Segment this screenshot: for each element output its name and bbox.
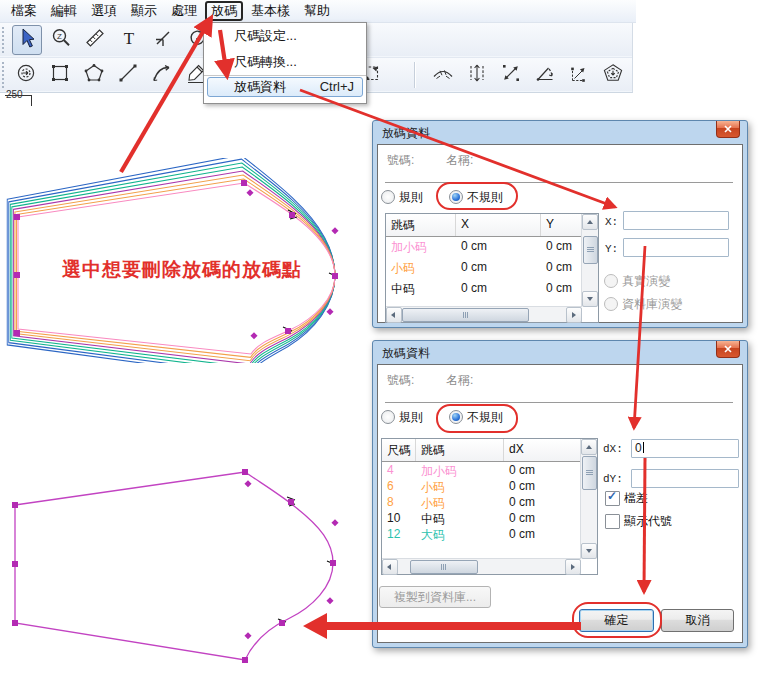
regular-radio-label[interactable]: 規則 bbox=[399, 409, 423, 426]
view-menu[interactable]: 顯示 bbox=[124, 0, 164, 22]
text-button[interactable]: T bbox=[114, 25, 144, 55]
line-button[interactable] bbox=[113, 60, 143, 90]
stretch-diagonal-button[interactable] bbox=[496, 60, 526, 90]
rectangle-button[interactable] bbox=[45, 60, 75, 90]
column-header[interactable]: dX bbox=[504, 439, 581, 461]
curve-button[interactable] bbox=[147, 60, 177, 90]
table-row[interactable]: 小码 0 cm 0 cm bbox=[386, 258, 598, 279]
grading-menu[interactable]: 放碼 bbox=[205, 1, 243, 21]
regular-radio-label[interactable]: 規則 bbox=[399, 189, 423, 206]
y-input[interactable] bbox=[623, 238, 729, 257]
table-row[interactable]: 6 小码 0 cm bbox=[382, 478, 597, 494]
dy-input[interactable] bbox=[631, 469, 739, 488]
scroll-thumb[interactable] bbox=[410, 560, 478, 574]
file-menu[interactable]: 檔案 bbox=[4, 0, 44, 22]
dialog-title: 放碼資料 bbox=[382, 345, 430, 362]
table-row[interactable]: 中码 0 cm 0 cm bbox=[386, 279, 598, 300]
size-convert-menu-item[interactable]: 尺碼轉換... bbox=[204, 49, 366, 75]
column-header[interactable]: 尺碼 bbox=[382, 439, 416, 461]
show-code-checkbox[interactable] bbox=[605, 514, 620, 529]
scroll-thumb[interactable] bbox=[582, 456, 597, 490]
horizontal-scrollbar[interactable] bbox=[386, 306, 582, 322]
polygon-button[interactable] bbox=[79, 60, 109, 90]
basic-pattern-menu[interactable]: 基本樣 bbox=[244, 0, 297, 22]
table-row[interactable]: 10 中码 0 cm bbox=[382, 510, 597, 526]
show-code-label[interactable]: 顯示代號 bbox=[624, 513, 672, 530]
grade-point-button[interactable] bbox=[11, 60, 41, 90]
close-button[interactable] bbox=[716, 341, 740, 358]
size-setup-menu-item[interactable]: 尺碼設定... bbox=[204, 23, 366, 49]
trim-button[interactable] bbox=[148, 25, 178, 55]
table-row[interactable]: 8 小码 0 cm bbox=[382, 494, 597, 510]
options-menu[interactable]: 選項 bbox=[84, 0, 124, 22]
help-menu[interactable]: 幫助 bbox=[297, 0, 337, 22]
vertical-scrollbar[interactable] bbox=[580, 439, 597, 559]
scroll-thumb[interactable] bbox=[402, 308, 529, 322]
scroll-down-button[interactable] bbox=[581, 543, 597, 559]
regular-radio[interactable] bbox=[381, 190, 395, 204]
column-header[interactable]: 跳碼 bbox=[386, 214, 456, 236]
scroll-up-button[interactable] bbox=[581, 439, 597, 455]
real-evolution-radio[interactable] bbox=[604, 274, 618, 288]
select-icon bbox=[16, 27, 38, 52]
close-icon bbox=[724, 125, 732, 133]
text-caret bbox=[643, 442, 644, 453]
scroll-down-button[interactable] bbox=[582, 291, 598, 307]
gap-difference-checkbox[interactable] bbox=[605, 491, 620, 506]
grading-dropdown-menu: 尺碼設定... 尺碼轉換... 放碼資料 Ctrl+J bbox=[203, 22, 367, 104]
notch-curve-button[interactable] bbox=[428, 60, 458, 90]
column-header[interactable]: X bbox=[456, 214, 541, 236]
gap-difference-label[interactable]: 檔差 bbox=[624, 490, 648, 507]
select-button[interactable] bbox=[12, 25, 42, 55]
process-menu[interactable]: 處理 bbox=[164, 0, 204, 22]
scroll-left-button[interactable] bbox=[386, 307, 402, 323]
grading-data-menu-item[interactable]: 放碼資料 Ctrl+J bbox=[207, 77, 363, 97]
y-label: Y: bbox=[605, 243, 618, 255]
real-evolution-label: 真實演變 bbox=[622, 273, 670, 290]
scroll-left-button[interactable] bbox=[382, 559, 398, 575]
svg-text:Z: Z bbox=[57, 32, 62, 41]
x-input[interactable] bbox=[623, 211, 729, 230]
flip-vertical-icon bbox=[466, 62, 488, 87]
zoom-button[interactable]: Z bbox=[46, 25, 76, 55]
svg-text:T: T bbox=[124, 29, 135, 48]
horizontal-scrollbar[interactable] bbox=[382, 558, 581, 574]
irregular-radio[interactable] bbox=[449, 410, 463, 424]
table-row[interactable]: 4 加小码 0 cm bbox=[382, 462, 597, 478]
scroll-right-button[interactable] bbox=[565, 559, 581, 575]
x-label: X: bbox=[605, 216, 618, 228]
scroll-thumb[interactable] bbox=[583, 236, 598, 264]
menu-bar: 檔案 編輯 選項 顯示 處理 放碼 基本樣 幫助 bbox=[0, 0, 636, 23]
menu-separator bbox=[204, 75, 366, 76]
angle-arc-button[interactable] bbox=[530, 60, 560, 90]
ok-button[interactable]: 確定 bbox=[579, 609, 654, 632]
polygon-transform-button[interactable] bbox=[598, 60, 628, 90]
close-icon bbox=[724, 345, 732, 353]
column-header[interactable]: Y bbox=[541, 214, 582, 236]
close-button[interactable] bbox=[716, 121, 740, 138]
table-row[interactable]: 加小码 0 cm 0 cm bbox=[386, 237, 598, 258]
stretch-diagonal-icon bbox=[500, 62, 522, 87]
ruler-button[interactable] bbox=[80, 25, 110, 55]
toolbar-grip[interactable] bbox=[2, 62, 8, 88]
copy-to-database-button[interactable]: 複製到資料庫... bbox=[379, 586, 491, 608]
column-header[interactable]: 跳碼 bbox=[416, 439, 504, 461]
curve-icon bbox=[151, 62, 173, 87]
regular-radio[interactable] bbox=[381, 410, 395, 424]
dx-input[interactable]: 0 bbox=[631, 439, 739, 458]
flip-vertical-button[interactable] bbox=[462, 60, 492, 90]
irregular-radio[interactable] bbox=[449, 190, 463, 204]
irregular-radio-label[interactable]: 不規則 bbox=[467, 409, 503, 426]
edit-menu[interactable]: 編輯 bbox=[44, 0, 84, 22]
scroll-right-button[interactable] bbox=[566, 307, 582, 323]
pattern-canvas[interactable] bbox=[4, 438, 349, 670]
table-row[interactable]: 12 大码 0 cm bbox=[382, 526, 597, 542]
vertical-scrollbar[interactable] bbox=[581, 214, 598, 307]
cancel-button[interactable]: 取消 bbox=[661, 609, 734, 632]
database-evolution-radio[interactable] bbox=[604, 297, 618, 311]
toolbar-grip[interactable] bbox=[2, 27, 9, 53]
irregular-radio-label[interactable]: 不規則 bbox=[467, 189, 503, 206]
scroll-up-button[interactable] bbox=[582, 214, 598, 230]
zoom-icon: Z bbox=[50, 27, 72, 52]
move-point-button[interactable] bbox=[564, 60, 594, 90]
